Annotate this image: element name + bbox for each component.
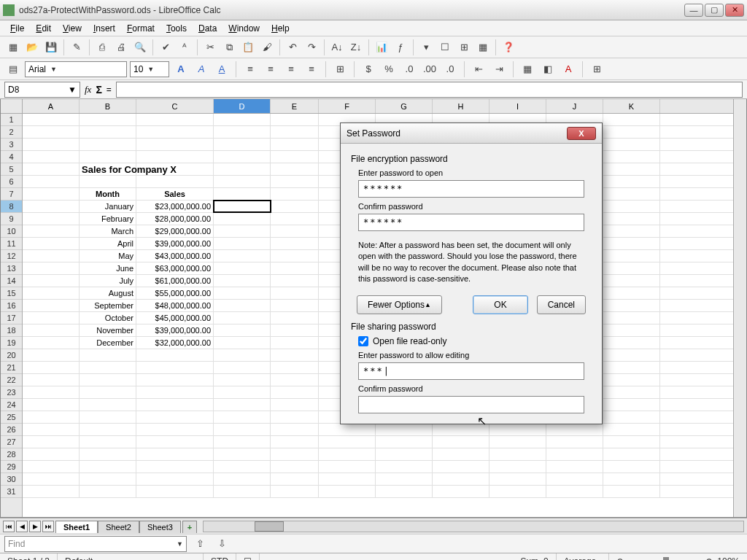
cell-K5[interactable] <box>603 163 660 175</box>
cell-K27[interactable] <box>603 436 660 448</box>
cell-C24[interactable] <box>136 399 214 411</box>
cell-K19[interactable] <box>603 337 660 349</box>
cell-D13[interactable] <box>214 262 271 274</box>
read-only-checkbox[interactable]: Open file read-only <box>358 336 584 346</box>
cell-H30[interactable] <box>433 473 489 485</box>
font-name-combo[interactable]: Arial▼ <box>25 61 127 77</box>
cell-D3[interactable] <box>214 139 271 150</box>
cell-D20[interactable] <box>214 349 271 361</box>
row-header-11[interactable]: 11 <box>1 238 22 250</box>
cell-H28[interactable] <box>433 448 489 460</box>
autospell-icon[interactable]: ᴬ <box>176 39 193 56</box>
cell-E12[interactable] <box>271 250 319 262</box>
password-open-confirm-input[interactable]: ****** <box>358 214 584 231</box>
cell-K9[interactable] <box>603 213 660 225</box>
cell-E15[interactable] <box>271 287 319 299</box>
percent-icon[interactable]: % <box>380 61 398 78</box>
cell-E18[interactable] <box>271 324 319 336</box>
cell-J28[interactable] <box>546 448 603 460</box>
cell-E3[interactable] <box>271 139 319 150</box>
cell-D31[interactable] <box>214 486 271 497</box>
cell-E29[interactable] <box>271 461 319 472</box>
cell-D8[interactable] <box>214 201 271 212</box>
sort-asc-icon[interactable]: A↓ <box>328 39 346 56</box>
dialog-titlebar[interactable]: Set Password X <box>341 123 602 144</box>
equals-icon[interactable]: = <box>107 85 112 95</box>
cell-G29[interactable] <box>376 461 433 472</box>
sum-icon[interactable]: Σ <box>96 84 101 96</box>
row-header-13[interactable]: 13 <box>1 262 22 275</box>
cell-A27[interactable] <box>23 436 80 448</box>
row-header-31[interactable]: 31 <box>1 486 22 498</box>
cell-G27[interactable] <box>376 436 433 448</box>
row-header-27[interactable]: 27 <box>1 436 22 448</box>
dec-inc-icon[interactable]: .00 <box>421 61 438 78</box>
row-header-28[interactable]: 28 <box>1 448 22 461</box>
cell-C10[interactable]: $29,000,000.00 <box>136 225 214 237</box>
cell-A2[interactable] <box>23 126 80 138</box>
zoom-in-icon[interactable]: ⊕ <box>705 556 713 561</box>
row-header-20[interactable]: 20 <box>1 349 22 362</box>
cell-K15[interactable] <box>603 287 660 299</box>
form-icon[interactable]: ☐ <box>436 39 454 56</box>
column-header-F[interactable]: F <box>319 99 376 113</box>
align-left-icon[interactable]: ≡ <box>241 61 259 78</box>
edit-icon[interactable]: ✎ <box>68 39 85 56</box>
column-header-G[interactable]: G <box>376 99 433 113</box>
cell-A26[interactable] <box>23 424 80 435</box>
print-preview-icon[interactable]: 🔍 <box>131 39 149 56</box>
cell-E9[interactable] <box>271 213 319 225</box>
row-header-22[interactable]: 22 <box>1 374 22 386</box>
cell-K13[interactable] <box>603 262 660 274</box>
zoom-control[interactable]: ⊖ ⊕ 100% <box>609 556 747 561</box>
cell-A9[interactable] <box>23 213 80 225</box>
cell-C1[interactable] <box>136 114 214 125</box>
italic-icon[interactable]: A <box>193 61 210 78</box>
cell-E2[interactable] <box>271 126 319 138</box>
cell-A16[interactable] <box>23 300 80 311</box>
cell-K6[interactable] <box>603 176 660 187</box>
cell-B4[interactable] <box>80 151 136 163</box>
cell-A7[interactable] <box>23 188 80 200</box>
cell-A6[interactable] <box>23 176 80 187</box>
cell-E20[interactable] <box>271 349 319 361</box>
cell-C23[interactable] <box>136 386 214 398</box>
cell-B13[interactable]: June <box>80 262 136 274</box>
menu-data[interactable]: Data <box>193 22 222 35</box>
cell-A3[interactable] <box>23 139 80 150</box>
select-all-corner[interactable] <box>1 99 22 114</box>
cell-C17[interactable]: $45,000,000.00 <box>136 312 214 324</box>
cell-E11[interactable] <box>271 238 319 249</box>
cell-G28[interactable] <box>376 448 433 460</box>
row-header-14[interactable]: 14 <box>1 275 22 287</box>
cell-E10[interactable] <box>271 225 319 237</box>
cell-B10[interactable]: March <box>80 225 136 237</box>
cell-C15[interactable]: $55,000,000.00 <box>136 287 214 299</box>
formula-input[interactable] <box>116 82 743 98</box>
cell-B18[interactable]: November <box>80 324 136 336</box>
cell-B19[interactable]: December <box>80 337 136 349</box>
cell-C19[interactable]: $32,000,000.00 <box>136 337 214 349</box>
number-icon[interactable]: .0 <box>400 61 418 78</box>
cell-A23[interactable] <box>23 386 80 398</box>
tab-next-icon[interactable]: ▶ <box>29 521 41 532</box>
add-sheet-tab[interactable]: + <box>182 521 197 533</box>
dec-dec-icon[interactable]: .0 <box>441 61 459 78</box>
cell-C12[interactable]: $43,000,000.00 <box>136 250 214 262</box>
cell-C26[interactable] <box>136 424 214 435</box>
cell-E25[interactable] <box>271 411 319 423</box>
cell-E16[interactable] <box>271 300 319 311</box>
row-header-21[interactable]: 21 <box>1 362 22 374</box>
cell-E22[interactable] <box>271 374 319 386</box>
cell-D28[interactable] <box>214 448 271 460</box>
password-edit-input[interactable]: ***| <box>358 362 584 380</box>
filter-icon[interactable]: ▾ <box>417 39 435 56</box>
open-icon[interactable]: 📂 <box>23 39 41 56</box>
cell-D11[interactable] <box>214 238 271 249</box>
cell-K31[interactable] <box>603 486 660 497</box>
cell-E30[interactable] <box>271 473 319 485</box>
minimize-button[interactable]: — <box>684 4 703 17</box>
fontcolor-icon[interactable]: A <box>560 61 577 78</box>
cell-E14[interactable] <box>271 275 319 287</box>
cell-A4[interactable] <box>23 151 80 163</box>
